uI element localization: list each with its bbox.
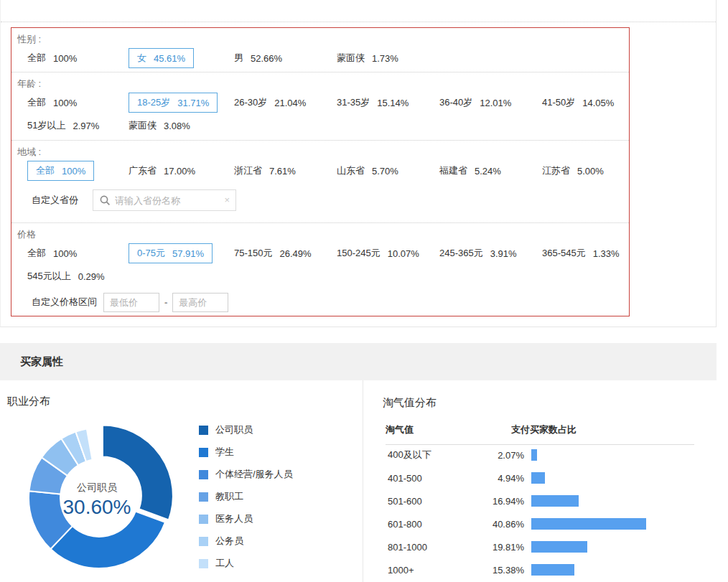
- legend-swatch: [199, 515, 208, 524]
- filter-option-value: 0.29%: [78, 271, 105, 282]
- province-search-box[interactable]: ×: [93, 189, 236, 211]
- filter-option[interactable]: 福建省5.24%: [439, 164, 542, 177]
- filter-option-value: 100%: [53, 53, 77, 64]
- legend-swatch: [199, 448, 208, 457]
- price-max-input[interactable]: [172, 293, 228, 312]
- filter-option[interactable]: 36-40岁12.01%: [439, 96, 542, 109]
- filter-option[interactable]: 365-545元1.33%: [542, 247, 645, 260]
- legend-item[interactable]: 个体经营/服务人员: [199, 468, 293, 481]
- filter-option[interactable]: 蒙面侠1.73%: [337, 52, 439, 65]
- legend-item[interactable]: 教职工: [199, 490, 293, 503]
- filter-option[interactable]: 41-50岁14.05%: [542, 96, 645, 109]
- filter-option-label: 蒙面侠: [129, 119, 157, 132]
- filter-option[interactable]: 18-25岁31.71%: [129, 93, 234, 113]
- filter-option-label: 全部: [27, 52, 46, 65]
- occupation-chart-title: 职业分布: [7, 395, 50, 408]
- price-min-input[interactable]: [103, 293, 159, 312]
- filter-section-price: 价格 全部100%0-75元57.91%75-150元26.49%150-245…: [11, 223, 629, 316]
- search-icon: [100, 195, 111, 209]
- filter-option[interactable]: 全部100%: [27, 247, 129, 260]
- occupation-legend: 公司职员学生个体经营/服务人员教职工医务人员公务员工人: [199, 423, 293, 579]
- filter-option-value: 10.07%: [388, 248, 419, 259]
- province-search-input[interactable]: [115, 195, 217, 206]
- filter-option-value: 5.24%: [475, 166, 501, 177]
- filter-option-value: 52.66%: [251, 53, 282, 64]
- taoqi-range-label: 401-500: [383, 473, 465, 484]
- filter-option[interactable]: 广东省17.00%: [129, 164, 234, 177]
- filter-option-value: 26.49%: [279, 248, 311, 259]
- legend-label: 公司职员: [215, 423, 253, 436]
- filter-option-label: 全部: [27, 247, 46, 260]
- filter-option[interactable]: 男52.66%: [234, 52, 337, 65]
- filter-option-label: 蒙面侠: [337, 52, 365, 65]
- filter-option-value: 17.00%: [164, 166, 195, 177]
- filter-option-label: 36-40岁: [439, 96, 472, 109]
- filter-option[interactable]: 150-245元10.07%: [337, 247, 439, 260]
- filter-section-gender: 性别 : 全部100%女45.61%男52.66%蒙面侠1.73%: [11, 28, 629, 72]
- filter-option-value: 100%: [53, 98, 77, 108]
- filter-option[interactable]: 全部100%: [27, 52, 129, 65]
- filter-option-label: 福建省: [439, 164, 467, 177]
- legend-item[interactable]: 公务员: [199, 535, 293, 548]
- filter-option[interactable]: 26-30岁21.04%: [234, 96, 337, 109]
- taoqi-bar: [531, 472, 545, 484]
- filter-section-title: 地域 :: [11, 141, 629, 159]
- filter-option[interactable]: 全部100%: [27, 161, 129, 181]
- ratio-col-header: 支付买家数占比: [511, 423, 577, 436]
- filter-option-label: 浙江省: [234, 164, 262, 177]
- filter-option[interactable]: 0-75元57.91%: [129, 243, 234, 263]
- taoqi-table-header: 淘气值 支付买家数占比: [386, 423, 694, 445]
- clear-icon[interactable]: ×: [224, 194, 230, 205]
- filter-option-value: 3.08%: [164, 121, 190, 131]
- filter-option[interactable]: 江苏省5.00%: [542, 164, 645, 177]
- legend-item[interactable]: 医务人员: [199, 512, 293, 525]
- taoqi-row: 501-60016.94%: [383, 489, 713, 512]
- filter-option-label: 150-245元: [337, 247, 381, 260]
- legend-item[interactable]: 公司职员: [199, 423, 293, 436]
- taoqi-percent: 4.94%: [465, 473, 524, 484]
- legend-label: 教职工: [215, 490, 243, 503]
- taoqi-bar: [531, 541, 587, 553]
- taoqi-row: 1000+15.38%: [383, 558, 713, 581]
- taoqi-range-label: 801-1000: [383, 542, 465, 553]
- filter-option[interactable]: 蒙面侠3.08%: [129, 119, 234, 132]
- range-dash: -: [164, 297, 167, 308]
- taoqi-range-label: 400及以下: [383, 449, 465, 461]
- dotted-divider: [1, 22, 716, 22]
- filter-option-label: 245-365元: [439, 247, 483, 260]
- taoqi-range-label: 1000+: [383, 565, 465, 576]
- filter-option-label: 全部: [27, 96, 46, 109]
- filter-option-label: 女: [137, 52, 146, 65]
- filter-option[interactable]: 女45.61%: [129, 48, 234, 68]
- legend-label: 医务人员: [215, 512, 253, 525]
- taoqi-bar-rows: 400及以下2.07%401-5004.94%501-60016.94%601-…: [383, 443, 713, 581]
- legend-item[interactable]: 工人: [199, 557, 293, 570]
- filter-section-region: 地域 : 全部100%广东省17.00%浙江省7.61%山东省5.70%福建省5…: [11, 141, 629, 223]
- legend-item[interactable]: 学生: [199, 446, 293, 459]
- filter-option[interactable]: 山东省5.70%: [337, 164, 439, 177]
- filter-option[interactable]: 75-150元26.49%: [234, 247, 337, 260]
- legend-swatch: [199, 492, 208, 502]
- filter-option[interactable]: 245-365元3.91%: [439, 247, 542, 260]
- filter-option[interactable]: 51岁以上2.97%: [27, 119, 129, 132]
- filter-option-value: 2.97%: [73, 121, 99, 131]
- taoqi-bar: [531, 564, 574, 576]
- taoqi-percent: 19.81%: [465, 542, 524, 553]
- filter-option-value: 31.71%: [177, 98, 209, 108]
- filter-section-age: 年龄 : 全部100%18-25岁31.71%26-30岁21.04%31-35…: [11, 72, 629, 141]
- filter-option-label: 18-25岁: [137, 96, 170, 109]
- legend-swatch: [199, 559, 208, 568]
- donut-slice: [103, 426, 173, 520]
- filter-option-value: 12.01%: [480, 98, 511, 108]
- filter-option-value: 7.61%: [269, 166, 296, 177]
- filter-option-label: 全部: [36, 164, 55, 177]
- filter-option-value: 3.91%: [490, 248, 517, 259]
- filter-option[interactable]: 浙江省7.61%: [234, 164, 337, 177]
- legend-label: 个体经营/服务人员: [215, 468, 293, 481]
- taoqi-range-label: 501-600: [383, 496, 465, 507]
- filter-option[interactable]: 545元以上0.29%: [27, 270, 129, 283]
- filter-option[interactable]: 全部100%: [27, 96, 129, 109]
- legend-label: 工人: [215, 557, 234, 570]
- filter-option[interactable]: 31-35岁15.14%: [337, 96, 439, 109]
- taoqi-chart-title: 淘气值分布: [383, 396, 437, 410]
